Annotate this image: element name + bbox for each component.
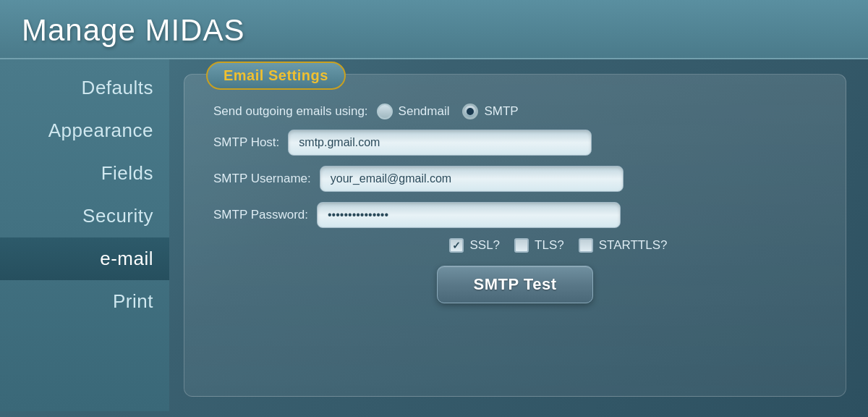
ssl-label: SSL? xyxy=(469,238,500,253)
sidebar-item-defaults[interactable]: Defaults xyxy=(0,67,169,109)
smtp-option[interactable]: SMTP xyxy=(462,104,518,119)
starttls-label: STARTTLS? xyxy=(599,238,668,253)
send-method-row: Send outgoing emails using: Sendmail SMT… xyxy=(213,104,817,119)
smtp-label: SMTP xyxy=(484,104,518,119)
sidebar-item-fields[interactable]: Fields xyxy=(0,152,169,195)
smtp-password-row: SMTP Password: xyxy=(213,202,817,228)
smtp-host-input[interactable] xyxy=(288,130,592,156)
starttls-checkbox[interactable] xyxy=(579,238,593,253)
email-form: Send outgoing emails using: Sendmail SMT… xyxy=(213,104,817,303)
sidebar-item-email[interactable]: e-mail xyxy=(0,237,169,280)
tab-email-label[interactable]: Email Settings xyxy=(206,62,346,90)
smtp-username-input[interactable] xyxy=(320,166,624,192)
content-area: Email Settings Send outgoing emails usin… xyxy=(169,59,868,411)
smtp-password-label: SMTP Password: xyxy=(213,208,308,222)
sendmail-label: Sendmail xyxy=(399,104,450,119)
tls-label: TLS? xyxy=(535,238,564,253)
sendmail-option[interactable]: Sendmail xyxy=(377,104,450,119)
encryption-options-row: SSL? TLS? STARTTLS? xyxy=(300,238,817,253)
smtp-radio[interactable] xyxy=(462,104,478,119)
smtp-password-input[interactable] xyxy=(317,202,621,228)
smtp-test-button[interactable]: SMTP Test xyxy=(437,266,594,303)
send-method-radio-group: Sendmail SMTP xyxy=(377,104,519,119)
smtp-host-label: SMTP Host: xyxy=(213,135,279,150)
header: Manage MIDAS xyxy=(0,0,868,59)
sidebar-item-appearance[interactable]: Appearance xyxy=(0,109,169,152)
tab-panel-email: Email Settings Send outgoing emails usin… xyxy=(184,74,846,397)
send-label: Send outgoing emails using: xyxy=(213,104,368,119)
sidebar: Defaults Appearance Fields Security e-ma… xyxy=(0,59,169,411)
ssl-checkbox[interactable] xyxy=(449,238,464,253)
ssl-option[interactable]: SSL? xyxy=(449,238,500,253)
smtp-username-label: SMTP Username: xyxy=(213,172,311,186)
page-title: Manage MIDAS xyxy=(22,13,846,48)
tls-checkbox[interactable] xyxy=(514,238,529,253)
sidebar-item-print[interactable]: Print xyxy=(0,280,169,323)
tls-option[interactable]: TLS? xyxy=(514,238,564,253)
smtp-host-row: SMTP Host: xyxy=(213,130,817,156)
sendmail-radio[interactable] xyxy=(377,104,393,119)
starttls-option[interactable]: STARTTLS? xyxy=(579,238,668,253)
main-layout: Defaults Appearance Fields Security e-ma… xyxy=(0,59,868,411)
sidebar-item-security[interactable]: Security xyxy=(0,195,169,237)
smtp-username-row: SMTP Username: xyxy=(213,166,817,192)
